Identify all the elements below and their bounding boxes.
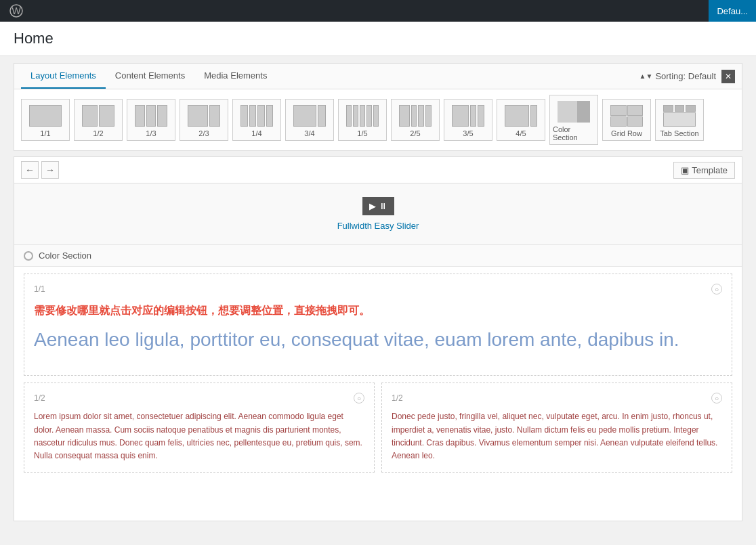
grid-icon-1-2: [82, 105, 114, 127]
template-button[interactable]: ▣ Template: [673, 162, 735, 179]
layout-panel: Layout Elements Content Elements Media E…: [14, 63, 742, 151]
grid-icon-tab-section: [663, 105, 696, 127]
grid-items-container: 1/1 1/2 1/3: [14, 89, 742, 150]
grid-item-label: 1/5: [357, 129, 367, 137]
grid-item-label: Grid Row: [611, 129, 642, 137]
full-col-header: 1/1 ○: [34, 284, 722, 295]
grid-item-3-4[interactable]: 3/4: [285, 99, 334, 141]
half-col-1-text: Lorem ipsum dolor sit amet, consectetuer…: [34, 410, 364, 462]
half-col-2-header: 1/2 ○: [392, 393, 722, 404]
grid-icon-1-1: [29, 105, 62, 127]
grid-icon-grid-row: [610, 105, 643, 127]
grid-item-4-5[interactable]: 4/5: [497, 99, 545, 141]
half-col-2-text: Donec pede justo, fringilla vel, aliquet…: [392, 410, 722, 462]
sorting-label: Sorting: Default: [655, 71, 716, 81]
slider-section: ▶ ⏸ Fullwidth Easy Slider: [14, 183, 742, 245]
half-col-2-label: 1/2: [392, 393, 403, 403]
grid-item-label: 1/1: [40, 129, 50, 137]
tab-content-elements[interactable]: Content Elements: [106, 64, 194, 89]
slider-label: Fullwidth Easy Slider: [337, 221, 419, 231]
full-col-options[interactable]: ○: [711, 284, 722, 295]
sorting-control[interactable]: ▲▼ Sorting: Default: [639, 71, 716, 81]
half-col-1-label: 1/2: [34, 393, 45, 403]
color-section-radio[interactable]: [24, 251, 33, 261]
page-title: Home: [14, 30, 742, 47]
template-label: Template: [692, 165, 728, 175]
grid-icon-4-5: [505, 105, 537, 127]
undo-button[interactable]: ←: [21, 161, 39, 179]
grid-item-label: 3/4: [304, 129, 314, 137]
two-col-row: 1/2 ○ Lorem ipsum dolor sit amet, consec…: [24, 383, 732, 473]
grid-item-2-5[interactable]: 2/5: [391, 99, 440, 141]
panel-close-button[interactable]: ✕: [721, 70, 735, 83]
wp-logo-icon[interactable]: W: [5, 0, 27, 22]
grid-item-2-3[interactable]: 2/3: [180, 99, 228, 141]
svg-text:W: W: [12, 5, 21, 16]
admin-bar: W Defau...: [0, 0, 756, 22]
grid-item-label: 1/3: [146, 129, 156, 137]
half-col-2: 1/2 ○ Donec pede justo, fringilla vel, a…: [381, 383, 732, 473]
main-content: Layout Elements Content Elements Media E…: [0, 56, 756, 528]
grid-item-1-4[interactable]: 1/4: [232, 99, 281, 141]
notice-text: 需要修改哪里就点击对应的编辑按钮，想要调整位置，直接拖拽即可。: [34, 301, 722, 321]
half-col-2-options[interactable]: ○: [711, 393, 722, 404]
grid-item-3-5[interactable]: 3/5: [444, 99, 492, 141]
grid-item-label: Color Section: [553, 125, 595, 141]
default-button[interactable]: Defau...: [709, 0, 756, 22]
grid-icon-1-3: [135, 105, 167, 127]
grid-icon-color-section: [558, 101, 590, 123]
slider-controls[interactable]: ▶ ⏸: [362, 197, 394, 215]
grid-item-1-1[interactable]: 1/1: [21, 99, 70, 141]
grid-icon-1-5: [346, 105, 379, 127]
sort-arrows-icon: ▲▼: [639, 73, 653, 80]
grid-icon-3-4: [293, 105, 326, 127]
tab-media-elements[interactable]: Media Elements: [194, 64, 276, 89]
grid-icon-3-5: [452, 105, 484, 127]
half-col-1-options[interactable]: ○: [354, 393, 364, 404]
color-section-bar[interactable]: Color Section: [14, 245, 742, 267]
grid-item-label: 1/2: [93, 129, 103, 137]
grid-item-label: 4/5: [516, 129, 526, 137]
slider-pause-icon: ⏸: [379, 201, 387, 211]
redo-button[interactable]: →: [41, 161, 59, 179]
page-wrapper: Home Layout Elements Content Elements Me…: [0, 22, 756, 545]
grid-item-1-5[interactable]: 1/5: [338, 99, 387, 141]
slider-play-icon: ▶: [369, 201, 376, 211]
grid-item-1-3[interactable]: 1/3: [127, 99, 175, 141]
editor-canvas: ▶ ⏸ Fullwidth Easy Slider Color Section …: [14, 183, 742, 521]
grid-item-label: 1/4: [251, 129, 261, 137]
page-title-bar: Home: [0, 22, 756, 56]
grid-icon-1-4: [240, 105, 273, 127]
content-area: 1/1 ○ 需要修改哪里就点击对应的编辑按钮，想要调整位置，直接拖拽即可。 Ae…: [14, 267, 742, 486]
grid-item-label: Tab Section: [660, 129, 698, 137]
grid-icon-2-5: [399, 105, 432, 127]
grid-item-label: 2/5: [410, 129, 420, 137]
full-column: 1/1 ○ 需要修改哪里就点击对应的编辑按钮，想要调整位置，直接拖拽即可。 Ae…: [24, 274, 732, 376]
grid-item-color-section[interactable]: Color Section: [549, 95, 598, 145]
grid-item-1-2[interactable]: 1/2: [74, 99, 123, 141]
grid-item-grid-row[interactable]: Grid Row: [602, 99, 651, 141]
grid-icon-2-3: [188, 105, 220, 127]
layout-tabs: Layout Elements Content Elements Media E…: [14, 64, 742, 89]
full-col-label: 1/1: [34, 284, 45, 294]
grid-item-label: 2/3: [198, 129, 209, 137]
big-text: Aenean leo ligula, porttitor eu, consequ…: [34, 321, 722, 366]
grid-item-label: 3/5: [463, 129, 473, 137]
color-section-label: Color Section: [39, 250, 91, 261]
template-icon: ▣: [681, 165, 689, 175]
tab-layout-elements[interactable]: Layout Elements: [21, 64, 106, 89]
editor-toolbar: ← → ▣ Template: [14, 156, 742, 183]
half-col-1-header: 1/2 ○: [34, 393, 364, 404]
grid-item-tab-section[interactable]: Tab Section: [655, 99, 704, 141]
half-col-1: 1/2 ○ Lorem ipsum dolor sit amet, consec…: [24, 383, 375, 473]
